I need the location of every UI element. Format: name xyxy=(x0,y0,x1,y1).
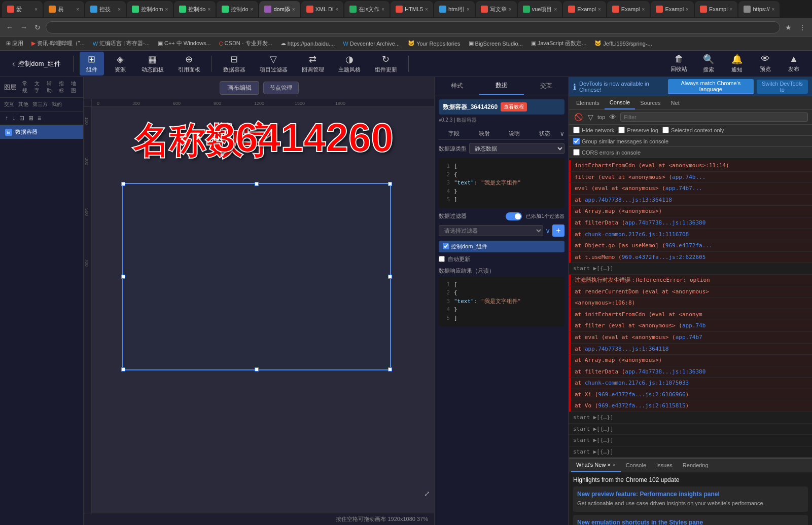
tab-close-9[interactable]: × xyxy=(381,7,384,12)
layer-tab-third[interactable]: 第三方 xyxy=(32,101,48,108)
filter-toggle-btn[interactable]: ▽ xyxy=(587,112,594,122)
option-hide-network[interactable]: Hide network xyxy=(573,127,614,133)
auto-update-checkbox[interactable] xyxy=(439,256,445,262)
handle-mr[interactable] xyxy=(388,275,392,279)
right-tab-style[interactable]: 样式 xyxy=(435,78,479,94)
nav-back-button[interactable]: ‹ xyxy=(12,59,15,68)
add-filter-button[interactable]: + xyxy=(552,224,564,237)
tab-13[interactable]: vue项目 × xyxy=(518,1,562,17)
bookmark-button[interactable]: ★ xyxy=(783,22,794,32)
tab-close-8[interactable]: × xyxy=(335,7,338,12)
filter-tag-checkbox[interactable] xyxy=(443,243,449,249)
tab-close-10[interactable]: × xyxy=(425,7,428,12)
layer-action-down[interactable]: ↓ xyxy=(11,114,16,123)
bookmark-apps[interactable]: ⊞应用 xyxy=(4,39,25,48)
tab-5[interactable]: 控制do × xyxy=(174,1,216,17)
toolbar-update[interactable]: ↻ 组件更新 xyxy=(370,52,402,76)
layer-tab-map[interactable]: 地图 xyxy=(71,80,79,94)
tab-4[interactable]: 控制dom × xyxy=(127,1,173,17)
tab-close-2[interactable]: × xyxy=(76,7,79,12)
filter-chevron-icon[interactable]: ∨ xyxy=(545,227,550,235)
toolbar-animation[interactable]: ▦ 动态面板 xyxy=(136,52,169,76)
layer-tab-text[interactable]: 文字 xyxy=(34,80,43,94)
url-input[interactable]: https://workspace.easyv.cloud/create/107… xyxy=(46,21,780,33)
devtools-lang-btn1[interactable]: Always match Chrome's language xyxy=(668,79,754,94)
bookmark-3[interactable]: ▣C++ 中 Windows... xyxy=(156,39,213,48)
tab-close-18[interactable]: × xyxy=(771,7,774,12)
eye-icon-btn[interactable]: 👁 xyxy=(608,112,617,122)
layer-tab-other[interactable]: 其他 xyxy=(18,101,28,108)
toolbar-preview[interactable]: 👁 预览 xyxy=(753,52,778,76)
tab-close-5[interactable]: × xyxy=(208,7,211,12)
layer-action-lock[interactable]: ⊡ xyxy=(18,114,25,123)
whatsnew-close[interactable]: × xyxy=(613,462,616,468)
devtools-tab-console[interactable]: Console xyxy=(605,96,635,109)
toolbar-callback[interactable]: ⇄ 回调管理 xyxy=(297,52,329,76)
tab-7[interactable]: dom添 × xyxy=(259,1,300,17)
settings-button[interactable]: ⋮ xyxy=(797,22,808,32)
bookmark-10[interactable]: 🐱JeffLi1993/spring-... xyxy=(592,39,654,48)
tab-15[interactable]: Exampl × xyxy=(607,1,650,17)
devtools-tab-elements[interactable]: Elements xyxy=(571,97,605,109)
data-type-select[interactable]: 静态数据 xyxy=(469,143,564,154)
back-button[interactable]: ← xyxy=(4,22,15,32)
bookmark-1[interactable]: ▶资讯-哔哩哔哩（"... xyxy=(29,39,87,48)
canvas-selection-box[interactable] xyxy=(122,183,391,370)
tab-6[interactable]: 控制do × xyxy=(217,1,258,17)
tab-close-14[interactable]: × xyxy=(598,7,601,12)
handle-bl[interactable] xyxy=(121,367,125,371)
toolbar-search[interactable]: 🔍 搜索 xyxy=(696,52,721,76)
handle-br[interactable] xyxy=(388,367,392,371)
canvas-main[interactable]: 名称数字 36414260 ⤢ xyxy=(92,107,434,513)
tab-close-1[interactable]: × xyxy=(34,7,38,12)
section-expand-icon[interactable]: ∨ xyxy=(560,130,564,137)
layer-action-group[interactable]: ⊞ xyxy=(27,114,34,123)
whatsnew-tab-issues[interactable]: Issues xyxy=(651,459,678,471)
filter-select[interactable]: 请选择过滤器 xyxy=(439,225,543,236)
canvas-expand-icon[interactable]: ⤢ xyxy=(424,490,430,498)
toolbar-publish[interactable]: ▲ 发布 xyxy=(782,52,806,76)
toolbar-components[interactable]: ⊞ 组件 xyxy=(80,52,104,76)
bookmark-2[interactable]: W汇编语言 | 寄存器-... xyxy=(91,39,152,48)
toolbar-filter[interactable]: ▽ 项目过滤器 xyxy=(255,52,293,76)
toolbar-reference[interactable]: ⊕ 引用面板 xyxy=(173,52,205,76)
handle-ml[interactable] xyxy=(121,275,125,279)
tab-8[interactable]: XML Di × xyxy=(301,1,344,17)
code-editor[interactable]: 1 [ 2 { 3 "text": "我是文字组件" 4 } xyxy=(439,158,564,208)
devtools-tab-sources[interactable]: Sources xyxy=(635,97,665,109)
filter-toggle[interactable] xyxy=(506,212,522,220)
tab-17[interactable]: Exampl × xyxy=(695,1,738,17)
tab-2[interactable]: 易 × xyxy=(44,1,84,17)
layer-tab-indicator[interactable]: 指标 xyxy=(59,80,67,94)
devtools-console[interactable]: initEchartsFromCdn (eval at <anonymous>:… xyxy=(569,158,812,525)
handle-tr[interactable] xyxy=(388,182,392,186)
tab-3[interactable]: 控技 × xyxy=(85,1,126,17)
toolbar-resources[interactable]: ◈ 资源 xyxy=(108,52,132,76)
whatsnew-tab-active[interactable]: What's New × × xyxy=(571,459,621,472)
tab-close-6[interactable]: × xyxy=(251,7,254,12)
tab-close-3[interactable]: × xyxy=(118,7,121,12)
tab-close-17[interactable]: × xyxy=(730,7,733,12)
tab-18[interactable]: https:// × xyxy=(738,1,780,17)
option-group-similar[interactable]: Group similar messages in console xyxy=(573,138,668,144)
toolbar-notify[interactable]: 🔔 通知 xyxy=(725,52,749,76)
tab-close-7[interactable]: × xyxy=(292,7,295,12)
forward-button[interactable]: → xyxy=(18,22,29,32)
bookmark-6[interactable]: WDevcenter Archive... xyxy=(341,40,402,48)
tab-14[interactable]: Exampl × xyxy=(563,1,606,17)
tab-11[interactable]: html引 × xyxy=(434,1,475,17)
bookmark-9[interactable]: ▣JavaScript 函数定... xyxy=(529,39,589,48)
toolbar-theme[interactable]: ◑ 主题风格 xyxy=(333,52,366,76)
layer-tab-normal[interactable]: 常规 xyxy=(22,80,30,94)
reload-button[interactable]: ↻ xyxy=(32,22,43,32)
devtools-tab-network[interactable]: Net xyxy=(666,97,685,109)
whatsnew-tab-console[interactable]: Console xyxy=(621,459,651,471)
layer-tab-interact[interactable]: 交互 xyxy=(4,101,14,108)
layer-tab-aux[interactable]: 辅助 xyxy=(47,80,55,94)
devtools-filter-input[interactable] xyxy=(620,113,808,122)
option-preserve-log[interactable]: Preserve log xyxy=(618,127,658,133)
bookmark-8[interactable]: ▣BigScreen Studio... xyxy=(467,39,525,48)
handle-tl[interactable] xyxy=(121,182,125,186)
right-tab-interact[interactable]: 交互 xyxy=(524,78,569,94)
bookmark-7[interactable]: 🐱Your Repositories xyxy=(406,39,462,48)
